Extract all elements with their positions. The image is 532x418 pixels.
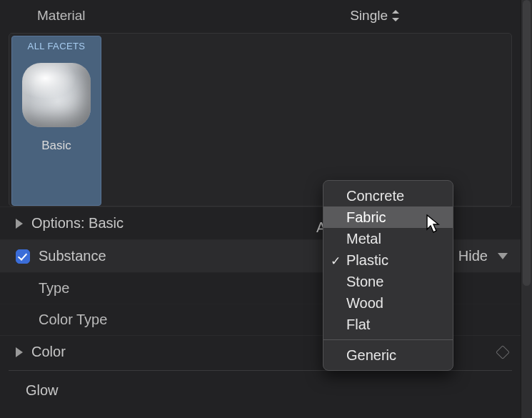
glow-label: Glow [26,382,59,399]
substance-type-popup: Concrete Fabric Metal ✓ Plastic Stone Wo… [323,180,453,371]
color-type-label: Color Type [39,312,107,328]
substance-trailing[interactable]: Hide [458,248,508,264]
scrollbar-thumb[interactable] [523,0,531,286]
popup-item-fabric[interactable]: Fabric [323,206,453,228]
facet-preview [21,59,92,130]
popup-separator [323,339,453,340]
facet-name: Basic [41,139,71,153]
checkmark-icon: ✓ [331,254,341,269]
chevron-down-icon [498,253,508,259]
material-header: Material Single [0,0,521,31]
popup-item-stone[interactable]: Stone [323,271,453,292]
disclosure-triangle-icon [16,347,23,357]
glow-row[interactable]: Glow [0,372,521,409]
material-mode-label: Single [350,8,388,24]
popup-item-generic[interactable]: Generic [323,344,453,366]
updown-icon [392,10,399,21]
type-label: Type [39,280,69,297]
facet-tab-label: ALL FACETS [28,36,86,53]
material-mode-popup[interactable]: Single [350,8,506,24]
keyframe-icon[interactable] [496,345,510,359]
material-title: Material [37,8,350,24]
scrollbar-track[interactable] [521,0,532,418]
material-preview-icon [22,63,91,127]
color-label: Color [31,344,341,360]
disclosure-triangle-icon [16,219,23,229]
popup-item-plastic[interactable]: ✓ Plastic [323,249,453,271]
popup-item-concrete[interactable]: Concrete [323,185,453,206]
hide-label: Hide [458,248,488,264]
popup-item-flat[interactable]: Flat [323,314,453,335]
popup-item-metal[interactable]: Metal [323,228,453,249]
facet-tile[interactable]: ALL FACETS Basic [11,36,101,206]
popup-item-wood[interactable]: Wood [323,292,453,314]
substance-checkbox[interactable] [16,249,30,264]
